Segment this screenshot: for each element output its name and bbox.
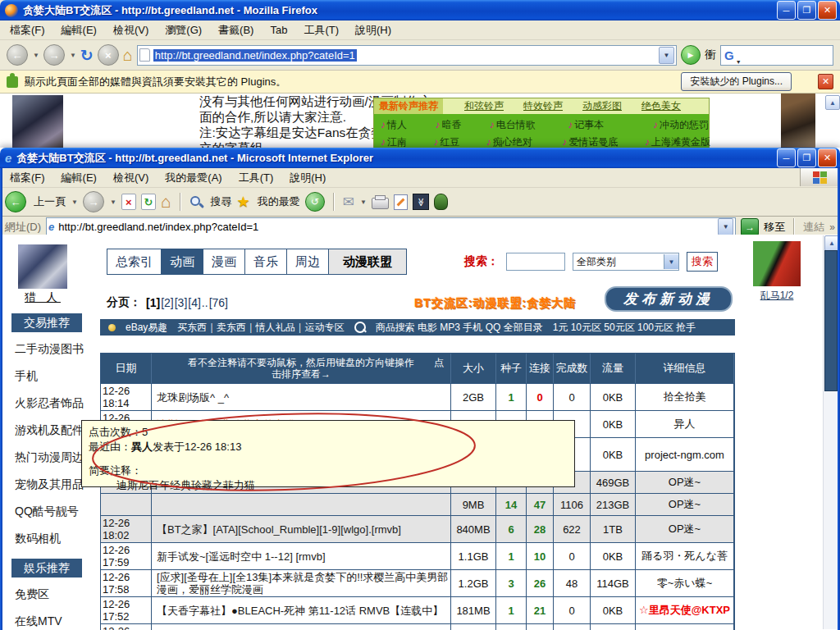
minimize-button[interactable]: ─ <box>777 148 796 167</box>
menu-item[interactable]: 說明(H) <box>355 23 391 38</box>
url-dropdown-icon[interactable]: ▼ <box>659 47 674 64</box>
ringtone-link[interactable]: 记事本 <box>568 118 653 132</box>
menu-item[interactable]: 說明(H) <box>290 171 326 185</box>
ringtone-link[interactable]: 情人 <box>381 118 435 132</box>
tab-music[interactable]: 音乐 <box>244 249 287 275</box>
reload-icon[interactable]: ↻ <box>80 46 94 65</box>
home-icon[interactable]: ⌂ <box>161 192 171 212</box>
header-seeds[interactable]: 种子 <box>496 354 527 383</box>
menu-item[interactable]: 檢視(V) <box>113 23 148 38</box>
go-label[interactable]: 衝 <box>705 48 716 62</box>
search-icon[interactable] <box>189 195 203 209</box>
tab-alliance[interactable]: 动漫联盟 <box>328 249 407 275</box>
forward-dropdown-icon[interactable]: ▼ <box>70 52 76 59</box>
menu-item[interactable]: 編輯(E) <box>62 23 97 38</box>
ranma-thumbnail-image[interactable] <box>753 241 801 286</box>
page-link[interactable]: [1] <box>146 296 160 309</box>
mail-dropdown-icon[interactable]: ▼ <box>360 199 367 206</box>
notification-close-icon[interactable]: ✕ <box>818 74 833 89</box>
menu-item[interactable]: 檢視(V) <box>113 171 148 185</box>
url-text[interactable]: http://bt.greedland.net/index.php?cateId… <box>153 49 357 62</box>
publish-button[interactable]: 发布新动漫 <box>605 286 733 312</box>
forward-icon[interactable]: → <box>43 44 65 66</box>
maximize-button[interactable]: ❐ <box>797 148 816 167</box>
chevron-down-icon[interactable]: ▼ <box>664 254 678 269</box>
ebay-links3[interactable]: 1元 10元区 50元区 100元区 抢手 <box>553 321 696 335</box>
menu-item[interactable]: 書籤(B) <box>218 23 253 38</box>
back-label[interactable]: 上一頁 <box>34 194 66 209</box>
download-monster-icon[interactable] <box>434 194 448 210</box>
sidebar-item[interactable]: 火影忍者饰品 <box>15 396 94 412</box>
side-thumbnail-image[interactable] <box>781 94 815 154</box>
menu-item[interactable]: 編輯(E) <box>62 171 97 185</box>
header-traffic[interactable]: 流量 <box>591 354 636 383</box>
ringtone-link[interactable]: 暗香 <box>435 118 489 132</box>
cell-title[interactable]: [寻找满月][fullmoon][46][RMVB]有字幕版，白天做种 <box>152 624 451 630</box>
sidebar-item[interactable]: 免费区 <box>15 587 94 603</box>
mail-icon[interactable]: ✉ <box>343 194 354 211</box>
ie-titlebar[interactable]: e 贪婪大陆BT交流区 - http://bt.greedland.net - … <box>0 148 840 168</box>
stop-icon[interactable]: × <box>121 194 136 210</box>
page-link[interactable]: [4] <box>188 296 201 309</box>
header-done[interactable]: 完成数 <box>554 354 591 383</box>
ebay-links1[interactable]: 买东西｜卖东西｜情人礼品｜运动专区 <box>177 321 344 335</box>
sidebar-item[interactable]: 数码相机 <box>15 532 94 547</box>
close-button[interactable]: ✕ <box>818 1 837 20</box>
page-link[interactable]: [3] <box>175 296 188 309</box>
url-bar[interactable]: http://bt.greedland.net/index.php?cateId… <box>137 45 677 66</box>
address-dropdown-icon[interactable]: ▼ <box>718 218 733 235</box>
tab-manga[interactable]: 漫画 <box>203 249 245 275</box>
ebay-brand[interactable]: eBay易趣 <box>126 321 167 335</box>
search-engine-caret-icon[interactable]: ▼ <box>736 59 742 65</box>
address-input[interactable]: e http://bt.greedland.net/index.php?cate… <box>46 217 736 236</box>
menu-item[interactable]: 工具(T) <box>239 171 274 185</box>
ringtone-link[interactable]: 冲动的惩罚 <box>653 118 709 132</box>
links-label[interactable]: 連結 <box>803 220 824 235</box>
go-label[interactable]: 移至 <box>764 220 785 235</box>
ad-link[interactable]: 和弦铃声 <box>464 99 504 113</box>
ad-link[interactable]: 动感彩图 <box>582 99 622 113</box>
close-button[interactable]: ✕ <box>818 148 837 167</box>
flashget-icon[interactable]: ≫ <box>413 194 429 210</box>
minimize-button[interactable]: ─ <box>777 1 796 20</box>
page-link[interactable]: .. <box>202 296 208 309</box>
ad-link[interactable]: 绝色美女 <box>641 99 681 113</box>
page-link[interactable]: [76] <box>209 296 228 309</box>
page-link[interactable]: [2] <box>161 296 174 309</box>
go-icon[interactable]: ▶ <box>681 45 701 65</box>
avatar-caption-link[interactable]: 猎 人 <box>18 290 67 305</box>
favorites-star-icon[interactable]: ★ <box>237 193 250 211</box>
ebay-ad-banner[interactable]: eBay易趣 买东西｜卖东西｜情人礼品｜运动专区 商品搜索 电影 MP3 手机 … <box>100 319 735 336</box>
header-date[interactable]: 日期 <box>101 354 152 383</box>
cell-title[interactable]: 【BT之家】[ATA][School_Rumble][1-9][wlgo].[r… <box>152 516 451 542</box>
back-icon[interactable]: ← <box>5 191 26 212</box>
firefox-titlebar[interactable]: 贪婪大陆BT交流区 - http://bt.greedland.net - Mo… <box>0 0 840 21</box>
install-plugins-button[interactable]: 安裝缺少的 Plugins... <box>681 72 792 91</box>
edit-icon[interactable] <box>394 194 408 210</box>
refresh-icon[interactable]: ↻ <box>141 194 156 210</box>
address-url-text[interactable]: http://bt.greedland.net/index.php?cateId… <box>58 221 714 233</box>
search-input[interactable] <box>506 253 565 271</box>
home-icon[interactable]: ⌂ <box>123 46 133 65</box>
tab-anime[interactable]: 动画 <box>161 249 203 275</box>
forward-dropdown-icon[interactable]: ▼ <box>110 199 116 206</box>
hunter-avatar-image[interactable] <box>18 244 67 289</box>
sidebar-item[interactable]: 二手动漫图书 <box>15 342 94 358</box>
menu-item[interactable]: 檔案(F) <box>10 23 45 38</box>
search-label[interactable]: 搜尋 <box>211 194 232 209</box>
links-chevron-icon[interactable]: » <box>829 221 835 233</box>
sidebar-item[interactable]: 在线MTV <box>15 614 94 630</box>
firefox-scroll-up-icon[interactable]: ▲ <box>825 95 840 110</box>
search-button[interactable]: 搜索 <box>687 252 718 272</box>
ebay-links2[interactable]: 商品搜索 电影 MP3 手机 QQ 全部目录 <box>376 321 543 335</box>
back-icon[interactable]: ← <box>7 44 28 66</box>
sidebar-item[interactable]: QQ酷号靓号 <box>15 504 94 520</box>
menu-item[interactable]: 瀏覽(G) <box>165 23 202 38</box>
cell-title[interactable]: [应求][圣母在上][全13集]本来就是贪婪下的!!求樱兰高中美男部漫画，爱丽丝… <box>152 570 451 596</box>
ringtone-ad-banner[interactable]: 最新铃声推荐 和弦铃声特效铃声动感彩图绝色美女 情人暗香电台情歌记事本冲动的惩罚… <box>373 98 710 153</box>
tab-goods[interactable]: 周边 <box>286 249 329 275</box>
cell-title[interactable]: 龙珠剧场版^ _^ <box>152 384 451 410</box>
forward-icon[interactable]: → <box>83 191 104 212</box>
history-icon[interactable]: ↺ <box>305 192 325 212</box>
cell-title[interactable]: 【天香字幕社】●BLEACH-死神 第11-12话 RMVB【连载中】 <box>152 597 451 623</box>
